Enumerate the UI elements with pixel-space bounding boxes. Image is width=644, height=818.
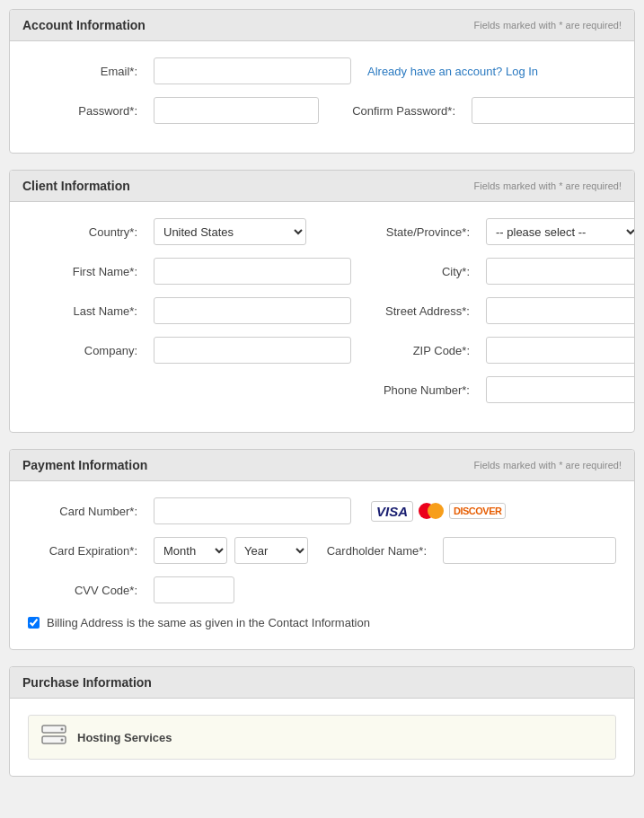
account-section-title: Account Information bbox=[22, 18, 146, 32]
state-select[interactable]: -- please select -- Alabama Alaska Arizo… bbox=[486, 218, 635, 245]
card-number-label: Card Number*: bbox=[28, 505, 145, 518]
purchase-section-title: Purchase Information bbox=[22, 675, 152, 690]
expiry-selects: Month 010203 040506 070809 101112 Year 2… bbox=[154, 537, 308, 564]
visa-icon: VISA bbox=[371, 501, 413, 522]
zip-label: ZIP Code*: bbox=[369, 344, 477, 357]
card-expiry-row: Card Expiration*: Month 010203 040506 07… bbox=[28, 537, 616, 564]
password-row: Password*: Confirm Password*: bbox=[28, 97, 616, 124]
street-row: Street Address*: bbox=[369, 297, 635, 324]
cardholder-name-input[interactable] bbox=[443, 537, 616, 564]
confirm-password-label: Confirm Password*: bbox=[328, 104, 463, 118]
zip-input[interactable] bbox=[486, 337, 635, 364]
card-number-input[interactable] bbox=[154, 497, 351, 524]
street-input[interactable] bbox=[486, 297, 635, 324]
zip-row: ZIP Code*: bbox=[369, 337, 635, 364]
client-two-col: Country*: United States Canada United Ki… bbox=[28, 218, 616, 416]
client-required-note: Fields marked with * are required! bbox=[474, 180, 622, 191]
cvv-row: CVV Code*: bbox=[28, 576, 616, 603]
company-row: Company: bbox=[28, 337, 351, 364]
year-select[interactable]: Year 202420252026 202720282029 2030 bbox=[234, 537, 308, 564]
client-section-title: Client Information bbox=[22, 179, 130, 193]
city-label: City*: bbox=[369, 265, 477, 278]
password-input[interactable] bbox=[154, 97, 319, 124]
state-row: State/Province*: -- please select -- Ala… bbox=[369, 218, 635, 245]
state-label: State/Province*: bbox=[369, 225, 477, 239]
street-label: Street Address*: bbox=[369, 304, 477, 318]
cvv-label: CVV Code*: bbox=[28, 584, 145, 597]
firstname-input[interactable] bbox=[154, 258, 351, 285]
city-row: City*: bbox=[369, 258, 635, 285]
billing-checkbox-label: Billing Address is the same as given in … bbox=[47, 616, 370, 629]
email-label: Email*: bbox=[28, 65, 145, 78]
payment-section-body: Card Number*: VISA DISCOVER Card Expirat… bbox=[10, 481, 634, 649]
client-section-body: Country*: United States Canada United Ki… bbox=[10, 202, 634, 432]
mc-circle-right bbox=[428, 503, 444, 519]
country-row: Country*: United States Canada United Ki… bbox=[28, 218, 351, 245]
account-information-section: Account Information Fields marked with *… bbox=[9, 9, 635, 154]
lastname-input[interactable] bbox=[154, 297, 351, 324]
firstname-label: First Name*: bbox=[28, 265, 145, 278]
purchase-information-section: Purchase Information Hosting Services bbox=[9, 666, 635, 777]
phone-row: Phone Number*: bbox=[369, 376, 635, 403]
confirm-password-input[interactable] bbox=[472, 97, 635, 124]
client-left-col: Country*: United States Canada United Ki… bbox=[28, 218, 360, 416]
login-link[interactable]: Already have an account? Log In bbox=[367, 65, 538, 78]
card-number-row: Card Number*: VISA DISCOVER bbox=[28, 497, 616, 524]
phone-label: Phone Number*: bbox=[369, 383, 477, 397]
card-expiry-label: Card Expiration*: bbox=[28, 544, 145, 558]
country-select[interactable]: United States Canada United Kingdom Aust… bbox=[154, 218, 306, 245]
billing-checkbox[interactable] bbox=[28, 617, 40, 629]
month-select[interactable]: Month 010203 040506 070809 101112 bbox=[154, 537, 227, 564]
hosting-services-item: Hosting Services bbox=[28, 715, 616, 760]
purchase-section-body: Hosting Services bbox=[10, 699, 634, 776]
svg-point-3 bbox=[61, 739, 64, 742]
country-label: Country*: bbox=[28, 225, 145, 239]
purchase-section-header: Purchase Information bbox=[10, 667, 634, 699]
company-input[interactable] bbox=[154, 337, 351, 364]
cvv-input[interactable] bbox=[154, 576, 234, 603]
email-row: Email*: Already have an account? Log In bbox=[28, 57, 616, 84]
lastname-label: Last Name*: bbox=[28, 304, 145, 318]
billing-checkbox-row: Billing Address is the same as given in … bbox=[28, 616, 616, 629]
phone-input[interactable] bbox=[486, 376, 635, 403]
payment-section-header: Payment Information Fields marked with *… bbox=[10, 450, 634, 481]
hosting-services-label: Hosting Services bbox=[77, 731, 172, 744]
password-label: Password*: bbox=[28, 104, 145, 118]
payment-section-title: Payment Information bbox=[22, 458, 147, 472]
discover-icon: DISCOVER bbox=[449, 503, 506, 519]
card-icons: VISA DISCOVER bbox=[371, 501, 506, 522]
mastercard-icon bbox=[419, 503, 444, 519]
account-required-note: Fields marked with * are required! bbox=[474, 20, 622, 31]
payment-required-note: Fields marked with * are required! bbox=[474, 460, 622, 471]
hosting-icon bbox=[41, 725, 66, 750]
firstname-row: First Name*: bbox=[28, 258, 351, 285]
client-information-section: Client Information Fields marked with * … bbox=[9, 170, 635, 433]
company-label: Company: bbox=[28, 344, 145, 357]
email-input[interactable] bbox=[154, 57, 351, 84]
account-section-header: Account Information Fields marked with *… bbox=[10, 10, 634, 41]
payment-information-section: Payment Information Fields marked with *… bbox=[9, 449, 635, 650]
client-section-header: Client Information Fields marked with * … bbox=[10, 171, 634, 202]
lastname-row: Last Name*: bbox=[28, 297, 351, 324]
city-input[interactable] bbox=[486, 258, 635, 285]
cardholder-label: Cardholder Name*: bbox=[317, 544, 434, 558]
svg-point-1 bbox=[61, 728, 64, 731]
account-section-body: Email*: Already have an account? Log In … bbox=[10, 41, 634, 153]
client-right-col: State/Province*: -- please select -- Ala… bbox=[360, 218, 635, 416]
